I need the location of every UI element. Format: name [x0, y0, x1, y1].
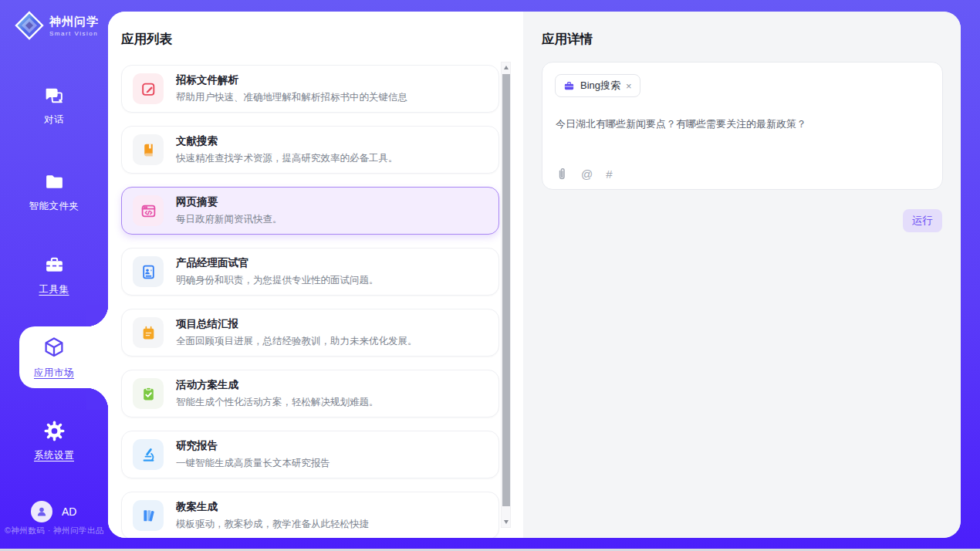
copyright-footer: ©神州数码 · 神州问学出品 [5, 526, 104, 536]
sidebar-item-label: 对话 [0, 113, 108, 127]
app-card-literature-search[interactable]: 文献搜索 快速精准查找学术资源，提高研究效率的必备工具。 [121, 126, 499, 174]
microscope-icon [133, 439, 164, 470]
sidebar-item-smart-folder[interactable]: 智能文件夹 [0, 171, 108, 213]
app-desc: 帮助用户快速、准确地理解和解析招标书中的关键信息 [176, 91, 407, 104]
app-desc: 明确身份和职责，为您提供专业性的面试问题。 [176, 274, 379, 287]
folder-icon [44, 171, 65, 192]
app-title: 网页摘要 [176, 195, 282, 209]
prompt-card: Bing搜索 × 今日湖北有哪些新闻要点？有哪些需要关注的最新政策？ @ # [542, 62, 943, 190]
scroll-up-icon[interactable] [502, 63, 510, 73]
app-card-lesson-plan[interactable]: 教案生成 模板驱动，教案秒成，教学准备从此轻松快捷 [121, 492, 499, 538]
app-list-panel: 应用列表 招标文件解析 帮助用户快速、准确地理解和解析招标书中的关键信息 [108, 12, 523, 538]
app-title: 招标文件解析 [176, 73, 407, 87]
scrollbar-thumb[interactable] [502, 74, 510, 506]
app-title: 文献搜索 [176, 134, 398, 148]
toolbox-icon [44, 255, 65, 276]
brand-subtitle: Smart Vision [49, 30, 99, 37]
books-icon [133, 500, 164, 531]
app-title: 项目总结汇报 [176, 317, 417, 331]
edit-square-icon [133, 73, 164, 104]
book-icon [133, 134, 164, 165]
sidebar: 神州问学 Smart Vision 对话 智能文件夹 [0, 0, 108, 551]
app-card-web-summary[interactable]: 网页摘要 每日政府新闻资讯快查。 [121, 187, 499, 235]
user-account[interactable]: AD [31, 501, 76, 522]
gem-diamond-icon [14, 10, 45, 41]
clipboard-check-icon [133, 378, 164, 409]
tool-tag-label: Bing搜索 [580, 79, 620, 93]
app-list-title: 应用列表 [121, 31, 172, 48]
app-desc: 全面回顾项目进展，总结经验教训，助力未来优化发展。 [176, 335, 417, 348]
sidebar-item-label: 系统设置 [0, 449, 108, 462]
query-input[interactable]: 今日湖北有哪些新闻要点？有哪些需要关注的最新政策？ [556, 117, 926, 132]
app-desc: 智能生成个性化活动方案，轻松解决规划难题。 [176, 396, 379, 409]
paperclip-icon[interactable] [556, 167, 568, 181]
avatar [31, 501, 52, 522]
app-desc: 一键智能生成高质量长文本研究报告 [176, 457, 330, 470]
tool-tag-bing-search[interactable]: Bing搜索 × [555, 74, 640, 97]
app-title: 教案生成 [176, 500, 369, 514]
person-icon [35, 505, 48, 518]
chat-icon [44, 85, 65, 106]
run-button[interactable]: 运行 [903, 209, 942, 232]
at-sign-icon[interactable]: @ [581, 168, 593, 180]
doc-person-icon [133, 256, 164, 287]
attachment-toolbar: @ # [556, 167, 613, 181]
app-card-pm-interviewer[interactable]: 产品经理面试官 明确身份和职责，为您提供专业性的面试问题。 [121, 248, 499, 296]
app-title: 活动方案生成 [176, 378, 379, 392]
brand-name: 神州问学 [49, 15, 99, 28]
app-title: 研究报告 [176, 439, 330, 453]
app-card-research-report[interactable]: 研究报告 一键智能生成高质量长文本研究报告 [121, 431, 499, 478]
main-panel: 应用列表 招标文件解析 帮助用户快速、准确地理解和解析招标书中的关键信息 [108, 12, 961, 538]
sidebar-item-label: 智能文件夹 [0, 200, 108, 213]
scroll-down-icon[interactable] [502, 517, 510, 527]
brand-logo: 神州问学 Smart Vision [14, 10, 99, 41]
sidebar-item-settings[interactable]: 系统设置 [0, 421, 108, 462]
cube-icon [42, 336, 66, 359]
app-title: 产品经理面试官 [176, 256, 379, 270]
gear-icon [44, 421, 65, 441]
sidebar-item-label: 工具集 [0, 283, 108, 296]
browser-code-icon [133, 195, 164, 226]
hash-icon[interactable]: # [606, 168, 612, 180]
app-detail-title: 应用详情 [542, 31, 593, 48]
user-name: AD [62, 505, 76, 518]
app-card-project-summary[interactable]: 项目总结汇报 全面回顾项目进展，总结经验教训，助力未来优化发展。 [121, 309, 499, 357]
app-card-tender-analysis[interactable]: 招标文件解析 帮助用户快速、准确地理解和解析招标书中的关键信息 [121, 65, 499, 113]
note-icon [133, 317, 164, 348]
sidebar-item-toolset[interactable]: 工具集 [0, 255, 108, 296]
app-desc: 模板驱动，教案秒成，教学准备从此轻松快捷 [176, 518, 369, 531]
sidebar-item-chat[interactable]: 对话 [0, 85, 108, 127]
app-detail-panel: 应用详情 Bing搜索 × 今日湖北有哪些新闻要点？有哪些需要关注的最新政策？ [523, 12, 961, 538]
app-desc: 每日政府新闻资讯快查。 [176, 213, 282, 226]
app-card-event-plan[interactable]: 活动方案生成 智能生成个性化活动方案，轻松解决规划难题。 [121, 370, 499, 417]
sidebar-item-label: 应用市场 [0, 367, 108, 380]
app-desc: 快速精准查找学术资源，提高研究效率的必备工具。 [176, 152, 398, 165]
close-icon[interactable]: × [626, 81, 632, 91]
briefcase-icon [563, 80, 575, 92]
app-list-scrollbar[interactable] [501, 62, 511, 528]
sidebar-item-app-market[interactable]: 应用市场 [0, 336, 108, 380]
